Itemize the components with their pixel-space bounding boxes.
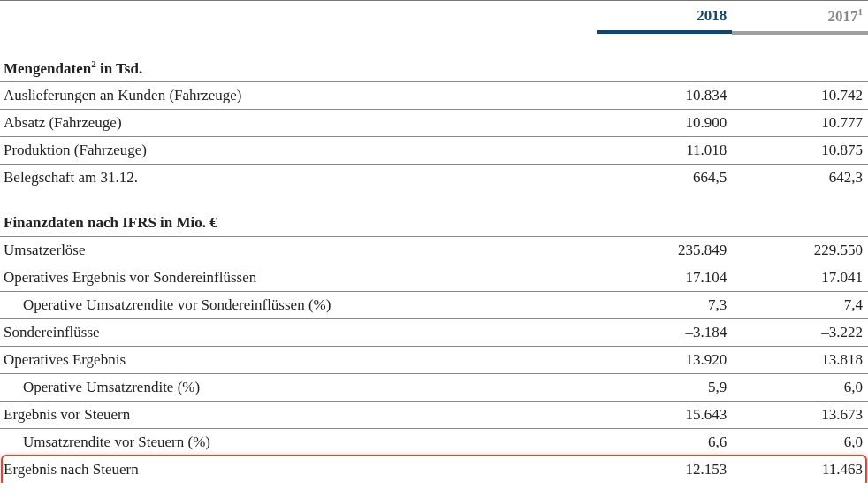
row-value-2017: 6,0 xyxy=(732,429,868,456)
row-value-2018: –3.184 xyxy=(597,319,733,347)
row-label: Ergebnis vor Steuern xyxy=(0,402,597,429)
row-label: Operatives Ergebnis xyxy=(0,347,597,374)
column-header-2017: 20171 xyxy=(732,1,868,31)
row-value-2018: 5,9 xyxy=(597,374,733,402)
row-value-2017: –3.222 xyxy=(732,319,868,347)
table-row: Operative Umsatzrendite vor Sondereinflü… xyxy=(0,292,868,319)
table-row: Ergebnis nach Steuern12.15311.463 xyxy=(0,456,868,484)
table-row: Operatives Ergebnis vor Sondereinflüssen… xyxy=(0,264,868,292)
row-value-2018: 17.104 xyxy=(597,264,733,292)
row-label: Auslieferungen an Kunden (Fahrzeuge) xyxy=(0,82,597,110)
row-value-2017: 13.818 xyxy=(732,347,868,374)
row-label: Umsatzrendite vor Steuern (%) xyxy=(0,429,597,456)
row-label: Umsatzerlöse xyxy=(0,237,597,264)
row-value-2018: 10.900 xyxy=(597,110,733,137)
table-row: Auslieferungen an Kunden (Fahrzeuge)10.8… xyxy=(0,82,868,110)
row-value-2017: 13.673 xyxy=(732,402,868,429)
table-row: Ergebnis vor Steuern15.64313.673 xyxy=(0,402,868,429)
row-label: Operative Umsatzrendite vor Sondereinflü… xyxy=(0,292,597,319)
row-value-2017: 10.875 xyxy=(732,137,868,165)
section-title-finanzdaten: Finanzdaten nach IFRS in Mio. € xyxy=(0,200,597,237)
table-row: Operative Umsatzrendite (%)5,96,0 xyxy=(0,374,868,402)
row-value-2017: 642,3 xyxy=(732,165,868,192)
row-value-2017: 11.463 xyxy=(732,456,868,484)
table-row: Umsatzerlöse235.849229.550 xyxy=(0,237,868,264)
table-row: Operatives Ergebnis13.92013.818 xyxy=(0,347,868,374)
row-label: Absatz (Fahrzeuge) xyxy=(0,110,597,137)
row-value-2018: 15.643 xyxy=(597,402,733,429)
row-value-2018: 664,5 xyxy=(597,165,733,192)
row-value-2018: 10.834 xyxy=(597,82,733,110)
column-header-2018: 2018 xyxy=(597,2,733,30)
row-value-2018: 13.920 xyxy=(597,347,733,374)
table-row: Sondereinflüsse–3.184–3.222 xyxy=(0,319,868,347)
row-label: Sondereinflüsse xyxy=(0,319,597,347)
table-row: Produktion (Fahrzeuge)11.01810.875 xyxy=(0,137,868,165)
row-value-2018: 6,6 xyxy=(597,429,733,456)
row-label: Ergebnis nach Steuern xyxy=(0,456,597,484)
row-value-2017: 10.777 xyxy=(732,110,868,137)
table-row: Belegschaft am 31.12.664,5642,3 xyxy=(0,165,868,192)
row-label: Produktion (Fahrzeuge) xyxy=(0,137,597,165)
row-label: Operative Umsatzrendite (%) xyxy=(0,374,597,402)
row-label: Belegschaft am 31.12. xyxy=(0,165,597,192)
row-value-2017: 229.550 xyxy=(732,237,868,264)
row-value-2017: 10.742 xyxy=(732,82,868,110)
row-value-2018: 12.153 xyxy=(597,456,733,484)
row-value-2018: 235.849 xyxy=(597,237,733,264)
financial-table: 2018 20171 Mengendaten2 in Tsd. Ausliefe… xyxy=(0,0,868,483)
row-value-2017: 17.041 xyxy=(732,264,868,292)
table-row: Umsatzrendite vor Steuern (%)6,66,0 xyxy=(0,429,868,456)
row-value-2018: 11.018 xyxy=(597,137,733,165)
row-value-2017: 7,4 xyxy=(732,292,868,319)
header-bar-2018 xyxy=(597,30,733,34)
section-title-mengendaten: Mengendaten2 in Tsd. xyxy=(0,44,597,82)
table-row: Absatz (Fahrzeuge)10.90010.777 xyxy=(0,110,868,137)
row-label: Operatives Ergebnis vor Sondereinflüssen xyxy=(0,264,597,292)
row-value-2017: 6,0 xyxy=(732,374,868,402)
row-value-2018: 7,3 xyxy=(597,292,733,319)
